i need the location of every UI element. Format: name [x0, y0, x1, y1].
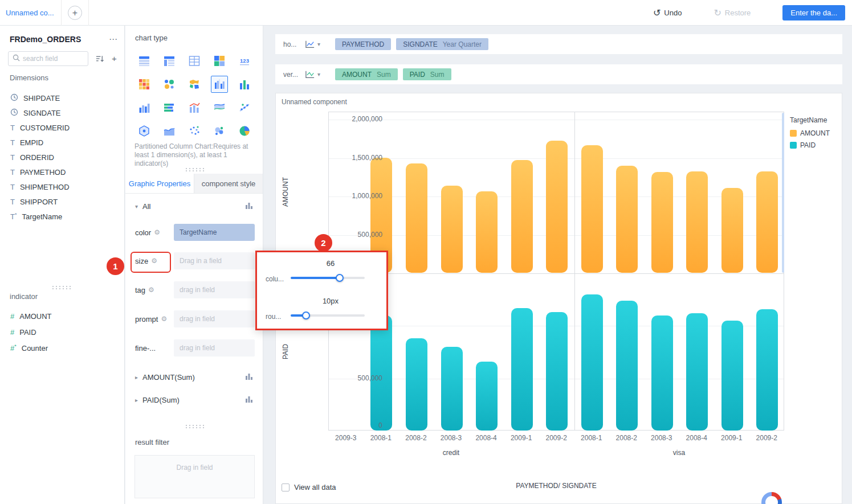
bar-paid-visa-2008-1[interactable]: [581, 294, 603, 431]
field-item-paid[interactable]: #PAID: [0, 324, 124, 340]
field-item-shipmethod[interactable]: TSHIPMETHOD: [0, 179, 124, 194]
search-input[interactable]: [23, 55, 80, 63]
bar-amount-credit-2008-4[interactable]: [476, 191, 498, 273]
size-field-zone[interactable]: Drag in a field: [174, 252, 255, 269]
scrollbar-thumb[interactable]: [782, 113, 784, 273]
shelf-pill-signdate[interactable]: SIGNDATEYear Quarter: [396, 38, 488, 50]
combo-chart-icon[interactable]: [186, 99, 203, 116]
bar-amount-credit-2008-3[interactable]: [441, 186, 463, 273]
field-item-shipdate[interactable]: SHIPDATE: [0, 91, 124, 105]
field-item-customerid[interactable]: TCUSTOMERID: [0, 120, 124, 135]
field-item-shipport[interactable]: TSHIPPORT: [0, 194, 124, 209]
gear-icon[interactable]: ⚙: [161, 315, 167, 323]
cluster-chart-icon[interactable]: [211, 122, 228, 140]
amount-sum-section-header[interactable]: ▸ AMOUNT(Sum): [125, 368, 263, 386]
field-item-signdate[interactable]: SIGNDATE: [0, 105, 124, 120]
cross-table-icon[interactable]: [161, 52, 178, 69]
sidebar-resize-handle[interactable]: [51, 285, 71, 289]
shelf-pill-paid[interactable]: PAIDSum: [403, 68, 451, 80]
bar-paid-credit-2008-2[interactable]: [406, 338, 427, 431]
panel-resize-handle[interactable]: [185, 167, 204, 171]
column-chart-icon[interactable]: [236, 76, 253, 93]
prompt-field-zone[interactable]: drag in field: [174, 310, 255, 327]
gear-icon[interactable]: ⚙: [148, 286, 154, 294]
all-section-header[interactable]: ▾ All: [125, 198, 263, 215]
bar-amount-credit-2009-1[interactable]: [511, 160, 533, 273]
chevron-down-icon[interactable]: ▾: [317, 41, 320, 47]
fine-field-zone[interactable]: drag in field: [174, 339, 255, 357]
field-item-empid[interactable]: TEMPID: [0, 135, 124, 150]
field-item-orderid[interactable]: TORDERID: [0, 150, 124, 165]
restore-button[interactable]: ↻ Restore: [714, 9, 751, 18]
bar-amount-credit-2009-2[interactable]: [546, 141, 568, 273]
custom-sort-icon[interactable]: [96, 55, 104, 63]
bar-amount-visa-2008-3[interactable]: [651, 172, 673, 273]
bar-paid-visa-2009-1[interactable]: [721, 321, 743, 431]
point-chart-icon[interactable]: [186, 122, 203, 140]
legend-item-paid[interactable]: PAID: [790, 141, 830, 149]
bar-paid-credit-2008-4[interactable]: [476, 362, 498, 431]
bar-paid-credit-2008-1[interactable]: [370, 315, 392, 431]
enter-dashboard-button[interactable]: Enter the da...: [782, 5, 845, 21]
color-block-chart-icon[interactable]: [211, 52, 228, 69]
bar-paid-credit-2009-1[interactable]: [511, 308, 533, 431]
stacked-bar-chart-icon[interactable]: [161, 99, 178, 116]
grouped-table-icon[interactable]: [136, 52, 153, 69]
field-pill-targetname[interactable]: TargetName: [174, 224, 255, 241]
kpi-indicator-card-icon[interactable]: 123: [236, 52, 253, 69]
x-tick-label: 2009-1: [504, 434, 539, 442]
bar-amount-visa-2008-4[interactable]: [686, 171, 708, 273]
column-width-slider[interactable]: [291, 274, 365, 282]
paid-sum-section-header[interactable]: ▸ PAID(Sum): [125, 391, 263, 408]
field-search-box[interactable]: [8, 51, 88, 66]
bar-paid-credit-2009-2[interactable]: [546, 312, 568, 431]
field-item-counter[interactable]: #*Counter: [0, 340, 124, 356]
bar-amount-visa-2008-1[interactable]: [581, 145, 603, 273]
color-field-zone[interactable]: TargetName: [174, 224, 255, 241]
result-filter-drop-zone[interactable]: Drag in field: [134, 455, 255, 498]
tab-graphic-properties[interactable]: Graphic Properties: [125, 174, 194, 193]
tab-component-style[interactable]: component style: [194, 174, 263, 193]
map-chart-icon[interactable]: [186, 76, 203, 93]
bar-amount-visa-2009-2[interactable]: [756, 171, 778, 273]
slider-handle[interactable]: [336, 274, 344, 282]
checkbox-icon[interactable]: [282, 483, 290, 491]
heat-block-chart-icon[interactable]: [136, 76, 153, 93]
bubble-chart-icon[interactable]: [161, 76, 178, 93]
shelf-pill-paymethod[interactable]: PAYMETHOD: [335, 38, 391, 50]
rounded-corner-slider[interactable]: [291, 312, 365, 319]
bar-amount-visa-2009-1[interactable]: [721, 188, 743, 273]
tab-unnamed-component[interactable]: Unnamed co...: [0, 0, 62, 26]
panel-resize-handle[interactable]: [185, 424, 204, 428]
detail-table-icon[interactable]: [186, 52, 203, 69]
add-tab-button[interactable]: +: [62, 0, 89, 26]
tag-field-zone[interactable]: drag in field: [174, 281, 255, 298]
bar-amount-credit-2008-2[interactable]: [406, 163, 427, 273]
slider-handle[interactable]: [302, 312, 310, 319]
pie-chart-icon[interactable]: [236, 122, 253, 140]
undo-button[interactable]: ↺ Undo: [653, 9, 682, 18]
shelf-pill-amount[interactable]: AMOUNTSum: [335, 68, 398, 80]
gear-icon[interactable]: ⚙: [154, 228, 160, 236]
hexagon-map-icon[interactable]: [136, 122, 153, 140]
bar-paid-visa-2008-3[interactable]: [651, 315, 673, 431]
field-item-amount[interactable]: #AMOUNT: [0, 308, 124, 324]
dataset-menu-icon[interactable]: ⋯: [109, 34, 117, 44]
bar-paid-visa-2008-4[interactable]: [686, 313, 708, 431]
view-all-data-checkbox[interactable]: View all data: [282, 483, 336, 491]
bar-paid-visa-2008-2[interactable]: [616, 301, 638, 431]
add-field-icon[interactable]: +: [112, 54, 117, 63]
multi-column-chart-icon[interactable]: [136, 99, 153, 116]
x-tick-label: 2008-2: [609, 434, 645, 442]
bar-paid-visa-2009-2[interactable]: [756, 309, 778, 431]
range-area-chart-icon[interactable]: [211, 99, 228, 116]
scatter-line-chart-icon[interactable]: [236, 99, 253, 116]
area-chart-icon[interactable]: [161, 122, 178, 140]
chevron-down-icon[interactable]: ▾: [317, 71, 320, 77]
bar-paid-credit-2008-3[interactable]: [441, 347, 463, 431]
field-item-paymethod[interactable]: TPAYMETHOD: [0, 165, 124, 179]
legend-item-amount[interactable]: AMOUNT: [790, 129, 830, 137]
bar-amount-visa-2008-2[interactable]: [616, 166, 638, 273]
partitioned-column-chart-icon[interactable]: [211, 76, 228, 93]
field-item-targetname[interactable]: T*TargetName: [0, 209, 124, 224]
